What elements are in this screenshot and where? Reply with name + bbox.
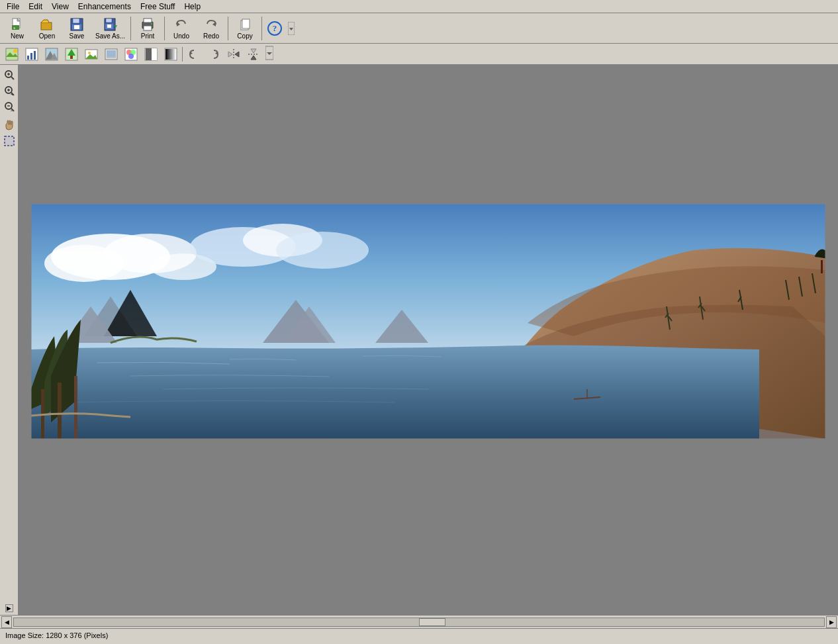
- svg-rect-51: [165, 49, 176, 60]
- svg-rect-36: [70, 56, 73, 59]
- help-icon: ?: [267, 21, 282, 36]
- save-button[interactable]: Save: [62, 15, 91, 42]
- image-size-status: Image Size: 1280 x 376 (Pixels): [5, 631, 108, 639]
- svg-line-63: [11, 77, 14, 79]
- status-bar: Image Size: 1280 x 376 (Pixels): [0, 628, 838, 641]
- toolbar-separator-2: [164, 17, 165, 40]
- scroll-left-button[interactable]: ◀: [1, 616, 12, 628]
- saveas-label: Save As...: [95, 32, 125, 40]
- t2-btn-3[interactable]: [42, 46, 61, 63]
- svg-rect-15: [144, 19, 152, 23]
- flip-v-button[interactable]: [244, 46, 263, 63]
- toolbar-separator-1: [130, 17, 131, 40]
- horizontal-scrollbar[interactable]: ◀ ▶: [0, 615, 838, 628]
- svg-marker-59: [251, 56, 256, 60]
- svg-rect-28: [27, 56, 29, 60]
- redo-button[interactable]: Redo: [197, 15, 226, 42]
- svg-rect-91: [821, 260, 823, 273]
- selection-icon: [3, 135, 15, 147]
- flip-h-button[interactable]: [224, 46, 243, 63]
- toolbar-dropdown-arrow[interactable]: [287, 15, 295, 42]
- redo-icon: [204, 17, 218, 32]
- menu-view[interactable]: View: [48, 1, 73, 13]
- undo-icon: [174, 17, 189, 32]
- open-button[interactable]: Open: [32, 15, 62, 42]
- saveas-icon: [103, 17, 118, 32]
- undo-button[interactable]: Undo: [167, 15, 196, 42]
- svg-marker-53: [215, 52, 218, 55]
- t2-btn-9[interactable]: [162, 46, 180, 63]
- selection-button[interactable]: [2, 134, 17, 148]
- hand-icon: [3, 119, 15, 131]
- t2-btn-4[interactable]: [62, 46, 81, 63]
- print-button[interactable]: Print: [133, 15, 162, 42]
- zoom-tool-button[interactable]: [2, 68, 17, 82]
- svg-marker-19: [212, 22, 216, 26]
- scroll-thumb[interactable]: [419, 618, 445, 626]
- copy-label: Copy: [237, 32, 252, 40]
- svg-rect-42: [107, 57, 116, 58]
- flip-h-icon: [227, 48, 240, 61]
- tree-icon: [65, 48, 78, 61]
- svg-rect-97: [58, 383, 62, 439]
- svg-rect-8: [74, 25, 79, 29]
- svg-rect-41: [107, 50, 116, 57]
- zoomout-button[interactable]: -: [2, 99, 17, 114]
- svg-point-46: [128, 54, 134, 59]
- svg-marker-52: [190, 52, 193, 55]
- t2-btn-6[interactable]: [102, 46, 120, 63]
- rotate-right-button[interactable]: [205, 46, 223, 63]
- main-toolbar: + New Open Save: [0, 13, 838, 44]
- panorama-image: [31, 204, 825, 439]
- svg-rect-21: [242, 19, 250, 28]
- copy-icon: [238, 17, 252, 32]
- menu-edit[interactable]: Edit: [24, 1, 46, 13]
- menu-freestuff[interactable]: Free Stuff: [136, 1, 179, 13]
- svg-text:+: +: [11, 91, 14, 97]
- svg-rect-30: [34, 51, 36, 60]
- t2-btn-7[interactable]: [122, 46, 140, 63]
- t2-btn-8[interactable]: [142, 46, 160, 63]
- mountain-icon: [45, 48, 58, 61]
- menu-file[interactable]: File: [3, 1, 23, 13]
- svg-marker-58: [251, 49, 256, 53]
- svg-rect-4: [41, 23, 52, 30]
- redo-label: Redo: [203, 32, 219, 40]
- image-icon: [105, 48, 118, 61]
- svg-point-17: [151, 23, 153, 24]
- svg-text:+: +: [13, 26, 16, 30]
- zoomin-button[interactable]: +: [2, 83, 17, 98]
- sidebar-expand-button[interactable]: ▶: [5, 604, 13, 612]
- svg-rect-48: [146, 48, 152, 60]
- toolbar2-dropdown[interactable]: [265, 45, 273, 63]
- color-icon: [124, 48, 138, 61]
- t2-btn-1[interactable]: [3, 46, 21, 63]
- toolbar-separator-4: [261, 17, 262, 40]
- magnifier-icon: [3, 69, 15, 81]
- save-icon: [70, 17, 84, 32]
- landscape-icon: [5, 48, 19, 61]
- saveas-button[interactable]: Save As...: [92, 15, 128, 42]
- zoom-out-icon: -: [3, 101, 15, 113]
- hand-tool-button[interactable]: [2, 118, 17, 132]
- scroll-right-button[interactable]: ▶: [826, 616, 837, 628]
- rotate-left-button[interactable]: [185, 46, 203, 63]
- help-button[interactable]: ?: [264, 15, 285, 42]
- svg-rect-98: [74, 376, 77, 439]
- chart-icon: [25, 48, 38, 61]
- t2-btn-2[interactable]: [23, 46, 41, 63]
- toolbar-separator-3: [228, 17, 228, 40]
- secondary-toolbar: [0, 44, 838, 65]
- t2-btn-5[interactable]: [82, 46, 101, 63]
- save-label: Save: [70, 32, 85, 40]
- svg-rect-29: [30, 53, 32, 60]
- menu-help[interactable]: Help: [180, 1, 205, 13]
- canvas-area[interactable]: [19, 65, 838, 615]
- flip-v-icon: [247, 48, 260, 61]
- new-button[interactable]: + New: [3, 15, 32, 42]
- scroll-track[interactable]: [13, 618, 825, 627]
- photo-icon: [85, 48, 98, 61]
- copy-button[interactable]: Copy: [230, 15, 259, 42]
- new-icon: +: [10, 17, 24, 32]
- menu-enhancements[interactable]: Enhancements: [74, 1, 135, 13]
